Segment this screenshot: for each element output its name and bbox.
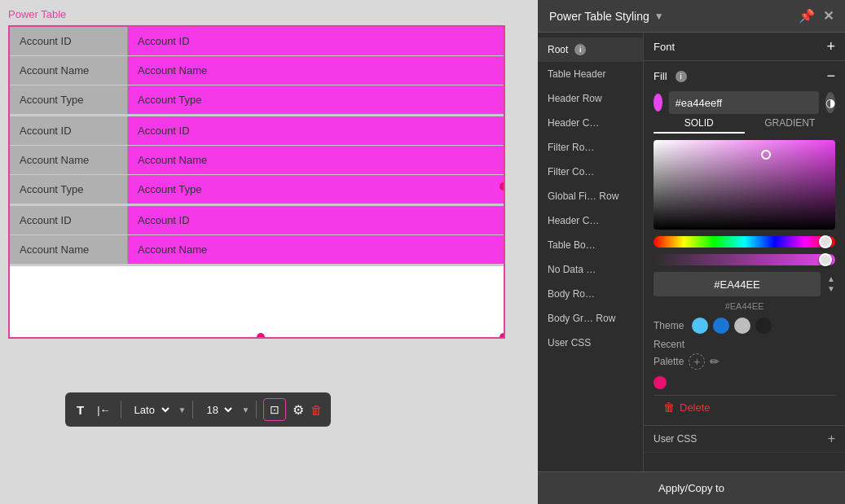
nav-list: Root i Table Header Header Row Header C…… [538, 33, 644, 471]
fill-section: Fill i − ◑ SOLID GRADIENT [644, 61, 845, 426]
nav-item-filter-row[interactable]: Filter Ro… [538, 135, 643, 160]
cell-gray: Account ID [10, 116, 128, 145]
gradient-tab[interactable]: GRADIENT [745, 114, 836, 134]
content-area: Font + Fill i − ◑ [644, 33, 845, 471]
apply-copy-button[interactable]: Apply/Copy to [658, 482, 724, 494]
font-style-button[interactable]: T [73, 401, 87, 419]
nav-label: Filter Co… [548, 166, 594, 177]
external-link-icon: ⊡ [270, 403, 279, 416]
nav-item-no-data[interactable]: No Data … [538, 257, 643, 282]
panel-footer: Apply/Copy to [538, 471, 845, 504]
right-panel: Power Table Styling ▼ 📌 ✕ Root i Table H… [538, 0, 845, 504]
content-row-header-c: User CSS + [644, 426, 845, 453]
color-picker-area[interactable] [654, 140, 835, 230]
close-icon[interactable]: ✕ [823, 8, 834, 24]
hex-full-input[interactable] [654, 272, 821, 296]
nav-label: Body Ro… [548, 288, 595, 300]
table-row: Account ID Account ID [10, 27, 504, 56]
color-swatch[interactable] [654, 94, 662, 112]
table-row: Account Name Account Name [10, 56, 504, 85]
nav-label: Global Fi… Row [548, 191, 618, 202]
alpha-slider[interactable] [654, 254, 835, 265]
nav-item-table-body[interactable]: Table Bo… [538, 233, 643, 257]
fill-header: Fill i − [654, 68, 835, 85]
trash-icon: 🗑 [663, 401, 675, 414]
recent-pink-dot[interactable] [654, 376, 667, 389]
resize-dot-bottom[interactable] [257, 333, 265, 339]
row-label: User CSS [654, 433, 697, 445]
resize-dot-bottom-right[interactable] [500, 333, 505, 339]
theme-color-1[interactable] [692, 318, 708, 334]
font-family-arrow: ▼ [178, 405, 187, 414]
palette-row: Palette + ✏ [654, 353, 835, 370]
nav-label: Filter Ro… [548, 142, 594, 153]
panel-title-text: Power Table Styling [549, 10, 649, 23]
font-family-select[interactable]: Lato [128, 401, 172, 419]
cell-gray: Account Name [10, 235, 128, 264]
nav-label: Header C… [548, 215, 599, 226]
nav-label: No Data … [548, 264, 596, 275]
hex-up-arrow[interactable]: ▲ [827, 275, 835, 283]
hue-slider[interactable] [654, 236, 835, 248]
alpha-thumb[interactable] [819, 253, 832, 266]
nav-item-filter-col[interactable]: Filter Co… [538, 160, 643, 184]
theme-color-4[interactable] [755, 318, 772, 334]
row-add-button[interactable]: + [828, 432, 835, 446]
hex-label: #EA44EE [654, 301, 835, 311]
theme-color-3[interactable] [734, 318, 750, 334]
divider [256, 401, 257, 419]
font-size-arrow: ▼ [241, 405, 249, 414]
pin-icon[interactable]: 📌 [799, 8, 815, 24]
nav-item-header-c2[interactable]: Header C… [538, 208, 643, 233]
delete-label: Delete [680, 401, 711, 414]
font-add-button[interactable]: + [826, 39, 835, 54]
hue-thumb[interactable] [819, 235, 832, 248]
nav-item-body-group[interactable]: Body Gr… Row [538, 306, 643, 331]
fill-minus-button[interactable]: − [826, 68, 835, 85]
cell-pink: Account ID [128, 206, 504, 234]
left-panel: Power Table Account ID Account ID Accoun… [0, 0, 538, 504]
solid-tab[interactable]: SOLID [654, 114, 745, 134]
nav-item-user-css[interactable]: User CSS [538, 331, 643, 355]
font-size-select[interactable]: 18 [200, 401, 235, 419]
nav-label: Body Gr… Row [548, 313, 615, 324]
nav-item-body-row[interactable]: Body Ro… [538, 282, 643, 306]
cell-pink: Account Type [128, 85, 504, 114]
nav-item-table-header[interactable]: Table Header [538, 62, 643, 86]
resize-dot-right[interactable] [500, 182, 505, 191]
chevron-down-icon[interactable]: ▼ [654, 11, 664, 22]
settings-button[interactable]: ⚙ [293, 402, 304, 418]
alpha-slider-container [654, 254, 835, 265]
row-group-1: Account ID Account ID Account Name Accou… [10, 27, 504, 116]
delete-button[interactable]: 🗑 [310, 403, 323, 417]
delete-row[interactable]: 🗑 Delete [654, 395, 835, 419]
fill-label: Fill i [654, 70, 687, 82]
row-group-3: Account ID Account ID Account Name Accou… [10, 206, 504, 266]
divider [121, 401, 121, 419]
palette-edit-button[interactable]: ✏ [710, 355, 720, 368]
trash-icon: 🗑 [310, 403, 323, 417]
cell-pink: Account ID [128, 27, 504, 55]
hex-input[interactable] [669, 91, 819, 114]
nav-item-root[interactable]: Root i [538, 37, 643, 62]
hex-arrows: ▲ ▼ [827, 275, 835, 293]
recent-color-row [654, 375, 835, 395]
align-button[interactable]: |← [94, 402, 113, 418]
nav-item-header-col[interactable]: Header C… [538, 111, 643, 135]
hex-down-arrow[interactable]: ▼ [827, 285, 835, 293]
nav-label: Table Bo… [548, 239, 596, 251]
font-section-title: Font [654, 41, 675, 53]
palette-label: Palette [654, 356, 684, 367]
color-mode-button[interactable]: ◑ [825, 92, 835, 113]
external-link-button[interactable]: ⊡ [263, 398, 286, 421]
theme-color-2[interactable] [713, 318, 729, 334]
nav-label: User CSS [548, 337, 591, 348]
cell-pink: Account Type [128, 175, 504, 204]
nav-item-global-filter[interactable]: Global Fi… Row [538, 184, 643, 208]
recent-label: Recent [654, 339, 835, 350]
theme-label: Theme [654, 320, 684, 331]
fill-info-icon: i [676, 71, 687, 82]
palette-add-button[interactable]: + [689, 353, 705, 370]
nav-item-header-row[interactable]: Header Row [538, 86, 643, 111]
table-container: Account ID Account ID Account Name Accou… [8, 25, 505, 339]
